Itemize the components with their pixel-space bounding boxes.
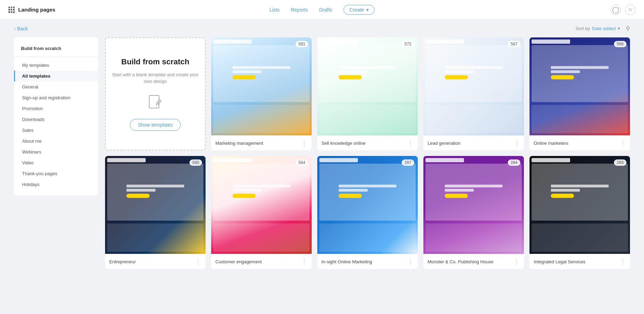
sidebar-item-webinars[interactable]: Webinars	[14, 147, 98, 157]
card-count: 567	[508, 41, 520, 47]
account-icon[interactable]: ○	[625, 5, 636, 15]
card-footer: In-sight Online Marketing ⋮	[317, 254, 418, 269]
card-count: 284	[508, 159, 520, 166]
card-name: Customer engagement	[215, 259, 262, 264]
sidebar-item-video[interactable]: Video	[14, 157, 98, 168]
chevron-left-icon: ‹	[14, 26, 16, 31]
card-name: Integrated Legal Services	[534, 259, 585, 264]
card-menu-icon[interactable]: ⋮	[407, 139, 414, 147]
card-footer: Entrepreneur ⋮	[105, 254, 206, 269]
templates-grid: Build from scratch Start with a blank te…	[105, 37, 630, 269]
subheader-right: Sort by Date added ▾ ⚲	[576, 25, 630, 32]
card-count: 564	[296, 159, 308, 166]
top-nav: Landing pages Lists Reports Drafts Creat…	[0, 0, 644, 20]
create-button[interactable]: Create ▾	[344, 5, 375, 15]
card-preview-t2: 572	[317, 37, 418, 135]
card-count: 287	[402, 159, 414, 166]
build-scratch-title: Build from scratch	[121, 57, 189, 67]
sidebar-item-about-me[interactable]: About me	[14, 136, 98, 147]
card-count: 283	[614, 159, 626, 166]
card-menu-icon[interactable]: ⋮	[513, 258, 520, 265]
card-footer: Customer engagement ⋮	[211, 254, 312, 269]
card-footer: Lead generation ⋮	[423, 135, 524, 150]
app-title: Landing pages	[18, 7, 55, 13]
sidebar-item-my-templates[interactable]: My templates	[14, 60, 98, 71]
sidebar: Build from scratch My templatesAll templ…	[14, 37, 98, 195]
card-menu-icon[interactable]: ⋮	[513, 139, 520, 147]
nav-reports[interactable]: Reports	[291, 7, 308, 13]
sidebar-item-downloads[interactable]: Downloads	[14, 114, 98, 125]
search-icon[interactable]: ⚲	[626, 25, 630, 32]
card-name: Sell knowledge online	[321, 141, 366, 146]
sort-value[interactable]: Date added	[592, 26, 616, 31]
pencil-edit-icon	[147, 93, 164, 113]
back-button[interactable]: ‹ Back	[14, 26, 28, 31]
grid-icon[interactable]	[8, 7, 15, 13]
card-footer: Monster & Co. Publishing House ⋮	[423, 254, 524, 269]
build-from-scratch-card[interactable]: Build from scratch Start with a blank te…	[105, 37, 206, 150]
card-count: 572	[402, 41, 414, 47]
card-name: Entrepreneur	[109, 259, 136, 264]
card-footer: Integrated Legal Services ⋮	[529, 254, 630, 269]
card-name: Lead generation	[428, 141, 461, 146]
top-nav-center: Lists Reports Drafts Create ▾	[269, 5, 374, 15]
nav-drafts[interactable]: Drafts	[319, 7, 332, 13]
card-preview-t3: 567	[423, 37, 524, 135]
card-name: Monster & Co. Publishing House	[428, 259, 493, 264]
card-preview-t7: 287	[317, 156, 418, 254]
app-branding: Landing pages	[8, 7, 55, 13]
card-preview-t5: 565	[105, 156, 206, 254]
card-menu-icon[interactable]: ⋮	[619, 258, 626, 265]
card-menu-icon[interactable]: ⋮	[301, 139, 307, 147]
card-preview-t8: 284	[423, 156, 524, 254]
main-content: Build from scratch My templatesAll templ…	[0, 37, 644, 283]
template-card-t9[interactable]: 283 Integrated Legal Services ⋮	[529, 156, 630, 269]
sidebar-item-thank-you[interactable]: Thank-you pages	[14, 168, 98, 179]
template-card-t7[interactable]: 287 In-sight Online Marketing ⋮	[317, 156, 418, 269]
sidebar-build-label: Build from scratch	[14, 43, 98, 54]
card-preview-t6: 564	[211, 156, 312, 254]
sidebar-item-general[interactable]: General	[14, 81, 98, 92]
show-templates-button[interactable]: Show templates	[130, 119, 181, 131]
build-scratch-desc: Start with a blank template and create y…	[111, 71, 199, 85]
nav-lists[interactable]: Lists	[269, 7, 279, 13]
card-name: Online marketers	[534, 141, 568, 146]
card-name: In-sight Online Marketing	[321, 259, 372, 264]
card-name: Marketing management	[215, 141, 263, 146]
template-card-t4[interactable]: 566 Online marketers ⋮	[529, 37, 630, 150]
top-nav-right: ◯ ○	[610, 5, 636, 15]
user-avatar[interactable]: ◯	[610, 5, 621, 15]
sidebar-item-sign-up[interactable]: Sign-up and registration	[14, 92, 98, 103]
card-preview-t4: 566	[529, 37, 630, 135]
sidebar-item-all-templates[interactable]: All templates	[14, 71, 98, 81]
card-preview-t1: 581	[211, 37, 312, 135]
card-preview-t9: 283	[529, 156, 630, 254]
chevron-down-icon: ▾	[366, 7, 369, 13]
template-card-t1[interactable]: 581 Marketing management ⋮	[211, 37, 312, 150]
template-card-t2[interactable]: 572 Sell knowledge online ⋮	[317, 37, 418, 150]
template-card-t8[interactable]: 284 Monster & Co. Publishing House ⋮	[423, 156, 524, 269]
card-menu-icon[interactable]: ⋮	[619, 139, 626, 147]
card-count: 581	[296, 41, 308, 47]
subheader: ‹ Back Sort by Date added ▾ ⚲	[0, 20, 644, 37]
card-footer: Marketing management ⋮	[211, 135, 312, 150]
card-menu-icon[interactable]: ⋮	[301, 258, 307, 265]
card-count: 565	[189, 159, 202, 166]
sort-chevron-icon: ▾	[618, 26, 620, 31]
sidebar-item-holidays[interactable]: Holidays	[14, 179, 98, 190]
template-card-t3[interactable]: 567 Lead generation ⋮	[423, 37, 524, 150]
card-footer: Sell knowledge online ⋮	[317, 135, 418, 150]
card-menu-icon[interactable]: ⋮	[407, 258, 414, 265]
card-count: 566	[614, 41, 626, 47]
sidebar-item-promotion[interactable]: Promotion	[14, 103, 98, 114]
template-card-t5[interactable]: 565 Entrepreneur ⋮	[105, 156, 206, 269]
sort-control: Sort by Date added ▾	[576, 26, 620, 31]
template-card-t6[interactable]: 564 Customer engagement ⋮	[211, 156, 312, 269]
sidebar-item-sales[interactable]: Sales	[14, 125, 98, 136]
card-menu-icon[interactable]: ⋮	[195, 258, 201, 265]
card-footer: Online marketers ⋮	[529, 135, 630, 150]
